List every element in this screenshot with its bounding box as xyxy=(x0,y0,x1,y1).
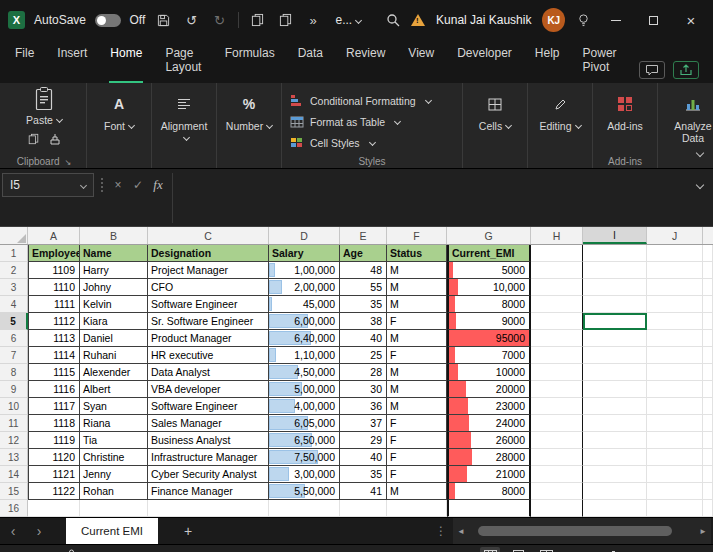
cell-J4[interactable] xyxy=(647,296,703,313)
row-header-9[interactable]: 9 xyxy=(0,381,28,398)
cell-C7[interactable]: HR executive xyxy=(148,347,269,364)
cell-A7[interactable]: 1114 xyxy=(28,347,80,364)
cell-F2[interactable]: M xyxy=(387,262,447,279)
cell-D14[interactable]: 3,00,000 xyxy=(269,466,340,483)
cell-J12[interactable] xyxy=(647,432,703,449)
cell-C15[interactable]: Finance Manager xyxy=(148,483,269,500)
format-as-table-button[interactable]: Format as Table xyxy=(288,112,456,131)
column-header-B[interactable]: B xyxy=(80,227,148,244)
redo-button[interactable]: ↻ xyxy=(210,9,229,31)
menu-tab-page-layout[interactable]: Page Layout xyxy=(164,40,202,83)
cell-G3[interactable]: 10,000 xyxy=(447,279,531,296)
cell-A5[interactable]: 1112 xyxy=(28,313,80,330)
cell-I6[interactable] xyxy=(583,330,647,347)
cell-D1[interactable]: Salary xyxy=(269,245,340,262)
qat-copy-icon[interactable] xyxy=(248,9,267,31)
cell-B6[interactable]: Daniel xyxy=(80,330,148,347)
cell-C1[interactable]: Designation xyxy=(148,245,269,262)
cell-D8[interactable]: 4,50,000 xyxy=(269,364,340,381)
editing-button[interactable]: Editing xyxy=(534,86,586,132)
cell-F7[interactable]: F xyxy=(387,347,447,364)
cell-H9[interactable] xyxy=(531,381,583,398)
document-title[interactable]: e... xyxy=(332,13,366,27)
cell-G13[interactable]: 28000 xyxy=(447,449,531,466)
cell-I4[interactable] xyxy=(583,296,647,313)
cell-H13[interactable] xyxy=(531,449,583,466)
cell-H14[interactable] xyxy=(531,466,583,483)
cell-F12[interactable]: F xyxy=(387,432,447,449)
cell-A11[interactable]: 1118 xyxy=(28,415,80,432)
menu-tab-help[interactable]: Help xyxy=(534,40,561,83)
column-header-H[interactable]: H xyxy=(531,227,583,244)
cell-G5[interactable]: 9000 xyxy=(447,313,531,330)
cell-D15[interactable]: 5,50,000 xyxy=(269,483,340,500)
cell-F13[interactable]: F xyxy=(387,449,447,466)
cell-A8[interactable]: 1115 xyxy=(28,364,80,381)
cell-E10[interactable]: 36 xyxy=(340,398,387,415)
cell-D4[interactable]: 45,000 xyxy=(269,296,340,313)
cell-E14[interactable]: 35 xyxy=(340,466,387,483)
enter-button[interactable]: ✓ xyxy=(128,173,148,197)
cell-C6[interactable]: Product Manager xyxy=(148,330,269,347)
cell-D11[interactable]: 6,05,000 xyxy=(269,415,340,432)
cell-B2[interactable]: Harry xyxy=(80,262,148,279)
cell-J10[interactable] xyxy=(647,398,703,415)
cell-B14[interactable]: Jenny xyxy=(80,466,148,483)
cell-F16[interactable] xyxy=(387,500,447,517)
cell-H8[interactable] xyxy=(531,364,583,381)
cell-E9[interactable]: 30 xyxy=(340,381,387,398)
lightbulb-icon[interactable] xyxy=(574,9,593,31)
cell-A1[interactable]: Employee xyxy=(28,245,80,262)
menu-tab-power-pivot[interactable]: Power Pivot xyxy=(582,40,618,83)
insert-function-button[interactable]: fx xyxy=(148,173,168,197)
select-all-corner[interactable] xyxy=(0,227,28,244)
column-header-D[interactable]: D xyxy=(269,227,340,244)
cell-G10[interactable]: 23000 xyxy=(447,398,531,415)
excel-logo-icon[interactable]: X xyxy=(8,11,25,29)
format-painter-button[interactable] xyxy=(49,131,61,149)
cell-J13[interactable] xyxy=(647,449,703,466)
alignment-button[interactable]: Alignment xyxy=(158,86,210,144)
row-header-7[interactable]: 7 xyxy=(0,347,28,364)
cell-C16[interactable] xyxy=(148,500,269,517)
cell-D5[interactable]: 6,00,000 xyxy=(269,313,340,330)
sheet-tab-current-emi[interactable]: Current EMI xyxy=(66,518,158,544)
cell-F3[interactable]: M xyxy=(387,279,447,296)
column-header-I[interactable]: I xyxy=(583,227,647,244)
cell-B7[interactable]: Ruhani xyxy=(80,347,148,364)
column-header-F[interactable]: F xyxy=(387,227,447,244)
menu-tab-view[interactable]: View xyxy=(407,40,435,83)
row-header-3[interactable]: 3 xyxy=(0,279,28,296)
cell-E7[interactable]: 25 xyxy=(340,347,387,364)
cell-A3[interactable]: 1110 xyxy=(28,279,80,296)
cell-H16[interactable] xyxy=(531,500,583,517)
cell-H5[interactable] xyxy=(531,313,583,330)
cell-E6[interactable]: 40 xyxy=(340,330,387,347)
cell-I9[interactable] xyxy=(583,381,647,398)
cell-J5[interactable] xyxy=(647,313,703,330)
cell-H3[interactable] xyxy=(531,279,583,296)
cell-I10[interactable] xyxy=(583,398,647,415)
column-header-A[interactable]: A xyxy=(28,227,80,244)
cell-E16[interactable] xyxy=(340,500,387,517)
cell-A14[interactable]: 1121 xyxy=(28,466,80,483)
cell-J15[interactable] xyxy=(647,483,703,500)
cell-F9[interactable]: M xyxy=(387,381,447,398)
cell-I16[interactable] xyxy=(583,500,647,517)
cell-C13[interactable]: Infrastructure Manager xyxy=(148,449,269,466)
expand-formula-bar-button[interactable] xyxy=(687,173,709,197)
cell-G9[interactable]: 20000 xyxy=(447,381,531,398)
font-button[interactable]: A Font xyxy=(93,86,145,132)
column-header-C[interactable]: C xyxy=(148,227,269,244)
cell-E5[interactable]: 38 xyxy=(340,313,387,330)
search-icon[interactable] xyxy=(383,9,402,31)
cell-B11[interactable]: Riana xyxy=(80,415,148,432)
cell-H15[interactable] xyxy=(531,483,583,500)
cell-J3[interactable] xyxy=(647,279,703,296)
scrollbar-thumb[interactable] xyxy=(478,526,672,536)
cell-B15[interactable]: Rohan xyxy=(80,483,148,500)
menu-tab-insert[interactable]: Insert xyxy=(56,40,88,83)
cell-G8[interactable]: 10000 xyxy=(447,364,531,381)
cell-F11[interactable]: F xyxy=(387,415,447,432)
cell-B3[interactable]: Johny xyxy=(80,279,148,296)
